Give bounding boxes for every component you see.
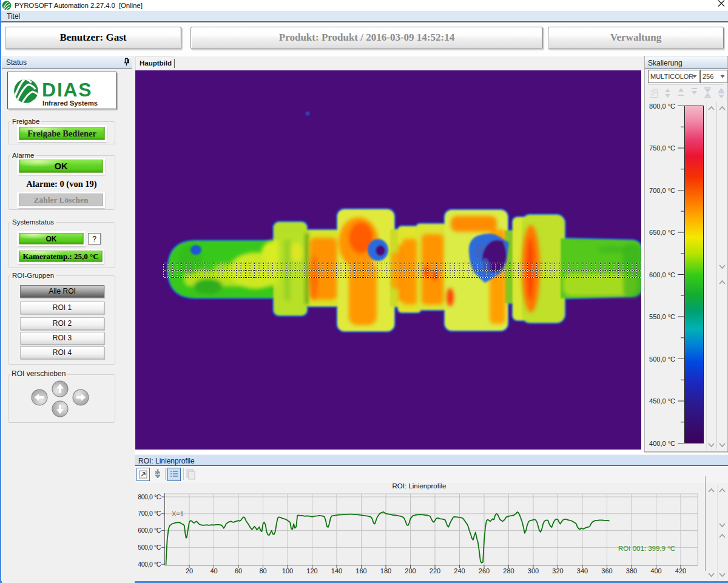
- svg-text:400,0 °C: 400,0 °C: [138, 561, 161, 568]
- svg-text:800,0 °C: 800,0 °C: [649, 103, 675, 110]
- svg-text:220: 220: [430, 567, 440, 575]
- svg-text:500,0 °C: 500,0 °C: [138, 544, 161, 551]
- svg-text:400,0 °C: 400,0 °C: [649, 440, 675, 447]
- svg-text:Infrared Systems: Infrared Systems: [42, 99, 98, 107]
- svg-text:40: 40: [210, 567, 217, 575]
- svg-text:650,0 °C: 650,0 °C: [649, 229, 675, 236]
- svg-text:800,0 °C: 800,0 °C: [138, 493, 161, 500]
- svg-text:280: 280: [503, 567, 514, 575]
- svg-text:400: 400: [650, 567, 661, 575]
- svg-text:200: 200: [405, 567, 416, 575]
- svg-text:380: 380: [626, 567, 637, 575]
- svg-text:320: 320: [552, 567, 563, 575]
- svg-text:750,0 °C: 750,0 °C: [649, 144, 675, 152]
- svg-text:600,0 °C: 600,0 °C: [138, 527, 161, 534]
- svg-text:240: 240: [454, 567, 465, 575]
- svg-text:120: 120: [306, 567, 317, 575]
- svg-text:140: 140: [331, 567, 342, 575]
- svg-text:ROI 001: 399,9 °C: ROI 001: 399,9 °C: [618, 545, 675, 552]
- svg-text:420: 420: [675, 567, 686, 575]
- svg-text:ROI: Linienprofile: ROI: Linienprofile: [393, 482, 447, 490]
- svg-text:700,0 °C: 700,0 °C: [649, 187, 675, 194]
- svg-text:20: 20: [186, 567, 193, 575]
- svg-text:Skalierung: Skalierung: [648, 59, 682, 67]
- svg-text:360: 360: [601, 567, 612, 575]
- svg-text:450,0 °C: 450,0 °C: [649, 397, 675, 405]
- svg-text:60: 60: [235, 567, 242, 575]
- svg-text:300: 300: [528, 567, 539, 575]
- svg-text:550,0 °C: 550,0 °C: [649, 313, 675, 320]
- svg-text:340: 340: [577, 567, 588, 575]
- svg-text:700,0 °C: 700,0 °C: [138, 510, 161, 517]
- svg-text:180: 180: [380, 567, 391, 575]
- svg-text:DIAS: DIAS: [42, 79, 92, 101]
- svg-text:256: 256: [703, 73, 713, 80]
- svg-text:600,0 °C: 600,0 °C: [649, 271, 675, 278]
- svg-text:100: 100: [282, 567, 293, 575]
- svg-text:X=1: X=1: [172, 510, 184, 517]
- svg-text:160: 160: [356, 567, 366, 575]
- svg-text:260: 260: [479, 567, 490, 575]
- svg-text:ROI: Linienprofile: ROI: Linienprofile: [138, 457, 195, 465]
- svg-text:80: 80: [259, 567, 266, 575]
- svg-text:MULTICOLOR: MULTICOLOR: [650, 73, 693, 80]
- svg-text:500,0 °C: 500,0 °C: [649, 356, 675, 363]
